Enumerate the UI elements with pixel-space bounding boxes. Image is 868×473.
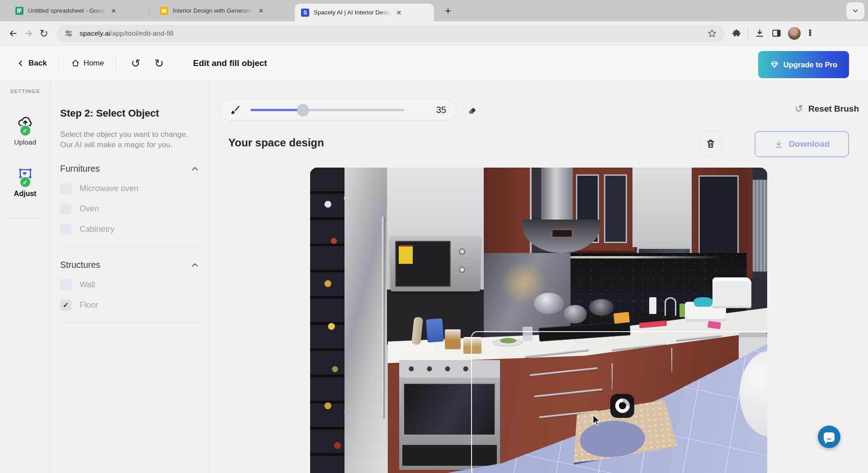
upgrade-to-pro-button[interactable]: Upgrade to Pro: [758, 51, 849, 78]
checkbox-microwave-oven[interactable]: [60, 183, 71, 194]
design-header-row: Your space design Download: [228, 131, 849, 157]
reset-brush-button[interactable]: ↺ Reset Brush: [795, 103, 859, 114]
checkbox-label: Microwave oven: [80, 184, 138, 193]
reload-button[interactable]: ↻: [36, 26, 52, 41]
chat-bubble-icon: [824, 432, 835, 442]
structures-section-header[interactable]: Structures: [60, 260, 200, 270]
gem-icon: [770, 60, 779, 69]
tab-title: Spacely AI | AI Interior Desig: [314, 9, 391, 16]
close-tab-icon[interactable]: ×: [259, 6, 264, 15]
google-slides-icon: [160, 7, 168, 15]
brush-size-slider[interactable]: [250, 109, 404, 111]
rail-divider: [6, 218, 44, 218]
bookmark-star-icon[interactable]: [707, 28, 717, 38]
new-tab-button[interactable]: +: [441, 4, 455, 18]
slider-fill: [250, 109, 303, 111]
brush-ring-icon: [615, 398, 630, 413]
profile-avatar[interactable]: [788, 27, 801, 40]
reset-brush-label: Reset Brush: [808, 104, 859, 114]
tab-separator: [149, 7, 150, 15]
home-icon: [71, 59, 80, 68]
back-label: Back: [28, 59, 47, 68]
browser-menu-icon[interactable]: •••: [807, 30, 813, 37]
delete-design-button[interactable]: [698, 131, 723, 156]
download-label: Download: [789, 139, 830, 149]
chevron-left-icon: [17, 59, 25, 67]
chat-widget-button[interactable]: [818, 426, 840, 448]
close-tab-icon[interactable]: ×: [396, 8, 401, 17]
address-bar[interactable]: spacely.ai/app/tool/edit-and-fill: [57, 25, 724, 42]
back-button[interactable]: Back: [17, 59, 47, 68]
checkbox-row-wall[interactable]: Wall: [60, 279, 200, 290]
settings-caption: SETTINGS: [0, 89, 50, 94]
brush-icon[interactable]: [230, 104, 241, 115]
checkbox-oven[interactable]: [60, 203, 71, 215]
furnitures-title: Furnitures: [60, 164, 100, 174]
page-title: Edit and fill object: [193, 58, 267, 68]
spacely-favicon: S: [301, 9, 309, 17]
step-title: Step 2: Select Object: [60, 108, 200, 119]
select-object-panel: Step 2: Select Object Select the object …: [51, 81, 209, 473]
header-divider: [59, 56, 59, 71]
tab-strip: Untitled spreadsheet - Googl × Interior …: [0, 0, 868, 21]
extensions-icon[interactable]: [731, 28, 741, 38]
tab-slides[interactable]: Interior Design with Generativ ×: [154, 0, 289, 21]
checkbox-cabinetry[interactable]: [60, 224, 71, 235]
checkbox-floor-checked[interactable]: ✓: [60, 300, 71, 311]
site-settings-icon[interactable]: [64, 29, 73, 38]
brush-cursor-indicator: [610, 394, 634, 418]
checkbox-row-oven[interactable]: Oven: [60, 203, 200, 215]
redo-button[interactable]: ↻: [151, 57, 167, 70]
structures-title: Structures: [60, 260, 100, 270]
blue-bag: [426, 318, 444, 342]
settings-rail: SETTINGS ✓ Upload ✓ Adjust: [0, 81, 51, 473]
faucet: [665, 297, 676, 316]
main-canvas: 35 ↺ Reset Brush Your space design Downl…: [209, 81, 868, 473]
browser-window: Untitled spreadsheet - Googl × Interior …: [0, 0, 868, 473]
checkbox-label: Oven: [80, 204, 99, 214]
slider-thumb[interactable]: [297, 104, 309, 116]
upload-label: Upload: [0, 138, 50, 146]
side-panel-icon[interactable]: [771, 28, 782, 38]
app-header: Back Home ↺ ↻ Edit and fill object Upgra…: [0, 46, 868, 81]
cooking-pan: [589, 299, 614, 316]
undo-button[interactable]: ↺: [128, 57, 143, 70]
brush-size-value: 35: [436, 105, 446, 115]
tab-search-button[interactable]: [846, 2, 864, 19]
downloads-icon[interactable]: [755, 28, 765, 38]
checkbox-row-cabinetry[interactable]: Cabinetry: [60, 224, 200, 235]
teal-bowl: [694, 297, 712, 306]
checkbox-row-microwave-oven[interactable]: Microwave oven: [60, 183, 200, 194]
brush-toolbar: 35: [219, 99, 457, 121]
google-sheets-icon: [15, 7, 24, 15]
furnitures-section-header[interactable]: Furnitures: [60, 164, 200, 174]
checkbox-wall[interactable]: [60, 279, 71, 290]
download-button[interactable]: Download: [755, 131, 849, 157]
home-label: Home: [84, 59, 104, 68]
upgrade-label: Upgrade to Pro: [783, 61, 837, 69]
forward-nav-button[interactable]: [21, 26, 36, 41]
upper-cabinet-white: [632, 168, 694, 247]
mouse-cursor: [592, 414, 602, 426]
microwave: [391, 236, 480, 291]
checkbox-label: Floor: [80, 300, 98, 310]
storage-box: [712, 277, 751, 308]
checkbox-row-floor[interactable]: ✓ Floor: [60, 300, 200, 311]
tab-spreadsheet[interactable]: Untitled spreadsheet - Googl ×: [9, 0, 145, 21]
tab-spacely-active[interactable]: S Spacely AI | AI Interior Desig ×: [295, 4, 434, 21]
chevron-up-icon: [190, 260, 200, 270]
back-nav-button[interactable]: [5, 26, 21, 41]
step-adjust[interactable]: ✓ Adjust: [0, 167, 50, 198]
space-design-image[interactable]: [310, 168, 767, 473]
curtain: [753, 180, 767, 272]
home-button[interactable]: Home: [71, 59, 104, 68]
eraser-icon: [466, 104, 478, 116]
arrow-left-icon: [8, 28, 18, 38]
checkbox-label: Wall: [80, 280, 95, 290]
eraser-button[interactable]: [466, 104, 478, 116]
step-upload[interactable]: ✓ Upload: [0, 115, 50, 146]
close-tab-icon[interactable]: ×: [111, 6, 116, 15]
tab-title: Interior Design with Generativ: [173, 7, 253, 14]
reset-icon: ↺: [795, 103, 803, 114]
toolbar-divider: [748, 28, 748, 39]
